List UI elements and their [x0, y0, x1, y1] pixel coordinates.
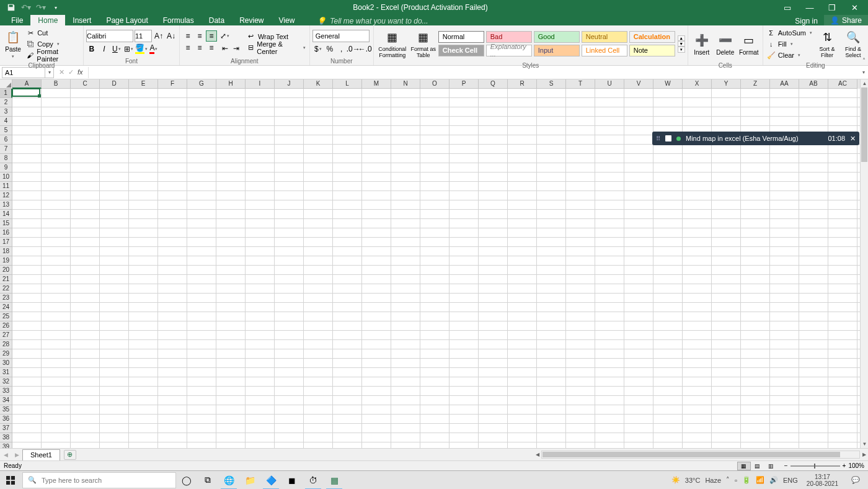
- increase-indent-icon[interactable]: ⇥: [231, 43, 242, 54]
- cell-style-option[interactable]: Note: [629, 45, 675, 56]
- cell-styles-gallery[interactable]: NormalBadGoodNeutralCalculationCheck Cel…: [438, 31, 676, 58]
- hscroll-right-icon[interactable]: ▶: [860, 451, 868, 459]
- row-header[interactable]: 12: [0, 191, 12, 200]
- row-header[interactable]: 32: [0, 377, 12, 387]
- select-all-button[interactable]: [0, 79, 12, 89]
- cell-style-option[interactable]: Bad: [486, 31, 532, 43]
- share-button[interactable]: 👤 Share: [824, 15, 868, 25]
- format-as-table-button[interactable]: ▦ Format as Table: [410, 27, 437, 61]
- tab-page-layout[interactable]: Page Layout: [99, 15, 155, 25]
- row-header[interactable]: 16: [0, 228, 12, 238]
- align-center-icon[interactable]: ≡: [194, 42, 205, 53]
- weather-temp[interactable]: 33°C: [685, 477, 701, 484]
- cell-style-option[interactable]: Good: [534, 31, 580, 43]
- row-header[interactable]: 27: [0, 331, 12, 340]
- scroll-down-icon[interactable]: ▼: [861, 440, 868, 448]
- row-header[interactable]: 17: [0, 238, 12, 247]
- zoom-out-button[interactable]: −: [784, 462, 788, 469]
- battery-icon[interactable]: 🔋: [742, 476, 751, 484]
- percent-format-icon[interactable]: %: [324, 43, 335, 55]
- row-header[interactable]: 36: [0, 415, 12, 424]
- language-indicator[interactable]: ENG: [783, 477, 798, 484]
- recording-close-button[interactable]: ✕: [850, 135, 856, 143]
- row-header[interactable]: 37: [0, 424, 12, 433]
- column-header[interactable]: D: [100, 79, 129, 89]
- row-header[interactable]: 22: [0, 284, 12, 294]
- column-header[interactable]: K: [304, 79, 333, 89]
- font-size-select[interactable]: [135, 30, 152, 42]
- column-header[interactable]: W: [653, 79, 683, 89]
- zoom-in-button[interactable]: +: [843, 462, 846, 469]
- tab-review[interactable]: Review: [232, 15, 271, 25]
- row-header[interactable]: 7: [0, 145, 12, 154]
- row-header[interactable]: 8: [0, 154, 12, 163]
- column-header[interactable]: Z: [741, 79, 770, 89]
- row-header[interactable]: 9: [0, 163, 12, 173]
- column-header[interactable]: AA: [770, 79, 799, 89]
- column-header[interactable]: T: [566, 79, 595, 89]
- row-header[interactable]: 30: [0, 359, 12, 368]
- conditional-formatting-button[interactable]: ▦ Conditional Formatting: [376, 27, 409, 61]
- paste-button[interactable]: 📋 Paste ▾: [2, 27, 24, 61]
- cell-style-option[interactable]: Check Cell: [438, 45, 484, 56]
- row-header[interactable]: 10: [0, 173, 12, 182]
- cell-style-option[interactable]: Neutral: [582, 31, 627, 43]
- cut-button[interactable]: ✂Cut: [25, 27, 81, 38]
- merge-center-button[interactable]: ⊟Merge & Center▾: [246, 42, 307, 53]
- column-header[interactable]: AC: [828, 79, 857, 89]
- fill-color-button[interactable]: 🪣: [136, 43, 147, 55]
- tab-insert[interactable]: Insert: [65, 15, 99, 25]
- column-header[interactable]: P: [450, 79, 479, 89]
- font-color-button[interactable]: A: [148, 43, 159, 55]
- tab-data[interactable]: Data: [202, 15, 232, 25]
- hscroll-left-icon[interactable]: ◀: [533, 451, 541, 459]
- accounting-format-icon[interactable]: $: [312, 43, 324, 55]
- align-right-icon[interactable]: ≡: [206, 42, 217, 53]
- cell-style-option[interactable]: Normal: [438, 31, 484, 43]
- row-header[interactable]: 35: [0, 405, 12, 415]
- row-header[interactable]: 39: [0, 442, 12, 448]
- column-header[interactable]: S: [537, 79, 566, 89]
- fill-button[interactable]: ↓Fill▾: [766, 38, 813, 50]
- number-format-select[interactable]: [312, 30, 370, 42]
- sort-filter-button[interactable]: ⇅Sort & Filter: [815, 27, 839, 61]
- weather-cond[interactable]: Haze: [705, 477, 721, 484]
- row-header[interactable]: 24: [0, 303, 12, 312]
- maximize-button[interactable]: ❐: [825, 3, 839, 12]
- comma-format-icon[interactable]: ,: [336, 43, 347, 55]
- tab-home[interactable]: Home: [30, 15, 65, 25]
- increase-decimal-icon[interactable]: .0→: [348, 43, 359, 55]
- row-header[interactable]: 34: [0, 396, 12, 405]
- orientation-icon[interactable]: ⤢: [219, 30, 231, 42]
- horizontal-scrollbar[interactable]: ◀ ▶: [533, 451, 868, 459]
- drag-grip-icon[interactable]: ⠿: [656, 135, 660, 142]
- tab-file[interactable]: File: [4, 15, 30, 25]
- expand-formula-bar-icon[interactable]: ▾: [859, 70, 868, 75]
- row-header[interactable]: 1: [0, 89, 12, 98]
- start-button[interactable]: [0, 471, 21, 490]
- sheet-nav-prev-icon[interactable]: ◀: [0, 452, 11, 458]
- page-layout-view-icon[interactable]: ▤: [751, 462, 764, 470]
- cortana-icon[interactable]: ◯: [176, 471, 197, 490]
- minimize-button[interactable]: —: [802, 3, 817, 12]
- tab-view[interactable]: View: [272, 15, 303, 25]
- column-header[interactable]: M: [362, 79, 391, 89]
- close-button[interactable]: ✕: [847, 3, 862, 12]
- column-header[interactable]: C: [71, 79, 100, 89]
- sheet-tab-active[interactable]: Sheet1: [22, 449, 60, 461]
- slack-icon[interactable]: 🔷: [260, 471, 281, 490]
- column-header[interactable]: E: [129, 79, 158, 89]
- column-header[interactable]: AB: [799, 79, 828, 89]
- row-header[interactable]: 21: [0, 275, 12, 284]
- font-name-select[interactable]: [86, 30, 133, 42]
- app-icon-1[interactable]: ◼: [281, 471, 303, 490]
- row-header[interactable]: 19: [0, 256, 12, 266]
- styles-more-icon[interactable]: ▾: [678, 47, 685, 53]
- redo-icon[interactable]: ↷▾: [36, 2, 46, 12]
- cell-style-option[interactable]: Input: [534, 45, 580, 56]
- align-left-icon[interactable]: ≡: [182, 42, 193, 53]
- clear-button[interactable]: 🧹Clear▾: [766, 50, 813, 61]
- row-header[interactable]: 3: [0, 107, 12, 117]
- column-header[interactable]: O: [420, 79, 450, 89]
- delete-cells-button[interactable]: ➖Delete: [714, 27, 737, 61]
